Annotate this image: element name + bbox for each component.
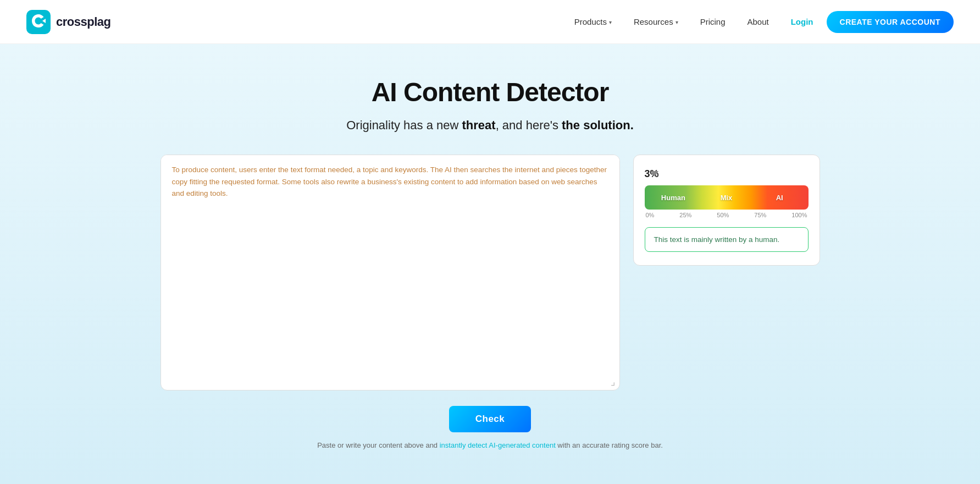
gauge-tick-25: 25% <box>679 212 691 218</box>
nav-login-link[interactable]: Login <box>782 13 822 31</box>
gauge-container: Human Mix AI 0% 25% 50% 75% 100% <box>645 185 809 218</box>
nav-item-about[interactable]: About <box>739 13 778 31</box>
logo-text: crossplag <box>56 15 110 29</box>
gauge-label-ai: AI <box>753 194 806 202</box>
gauge-labels: Human Mix AI <box>645 194 809 202</box>
nav-item-resources[interactable]: Resources ▾ <box>625 13 687 31</box>
content-area: To produce content, users enter the text… <box>160 155 820 391</box>
nav-links: Products ▾ Resources ▾ Pricing About Log… <box>566 11 954 33</box>
subtitle-start: Originality has a new <box>346 118 462 132</box>
nav-resources-label: Resources <box>634 17 673 26</box>
nav-pricing-label: Pricing <box>700 17 726 26</box>
gauge-tick-0: 0% <box>646 212 655 218</box>
navbar: crossplag Products ▾ Resources ▾ Pricing… <box>0 0 980 44</box>
result-panel: 3% Human Mix AI 0% 25% 50% 7 <box>633 155 820 266</box>
text-input-box: To produce content, users enter the text… <box>160 155 620 391</box>
footer-hint-highlight: instantly detect AI-generated content <box>440 441 556 449</box>
hero-subtitle: Originality has a new threat, and here's… <box>346 118 634 133</box>
result-message-box: This text is mainly written by a human. <box>645 227 809 252</box>
subtitle-solution: the solution. <box>562 118 634 132</box>
result-message: This text is mainly written by a human. <box>654 235 799 244</box>
svg-rect-0 <box>26 10 51 34</box>
hint-text: To produce content, users enter the text… <box>172 166 607 197</box>
resize-handle: ⌟ <box>161 373 619 390</box>
gauge-tick-100: 100% <box>791 212 807 218</box>
footer-hint: Paste or write your content above and in… <box>317 441 663 449</box>
gauge-tick-75: 75% <box>754 212 766 218</box>
logo-icon <box>26 10 51 34</box>
nav-products-label: Products <box>574 17 607 26</box>
create-account-button[interactable]: CREATE YOUR ACCOUNT <box>827 11 954 33</box>
gauge-label-human: Human <box>647 194 700 202</box>
text-hint: To produce content, users enter the text… <box>161 155 619 208</box>
check-button[interactable]: Check <box>449 406 531 432</box>
gauge-tick-50: 50% <box>717 212 729 218</box>
hero-section: AI Content Detector Originality has a ne… <box>0 44 980 484</box>
content-textarea[interactable] <box>161 208 619 373</box>
footer-hint-end: with an accurate rating score bar. <box>556 441 663 449</box>
chevron-down-icon: ▾ <box>609 19 612 25</box>
nav-about-label: About <box>748 17 769 26</box>
gauge-arrow-icon <box>651 171 658 177</box>
nav-item-pricing[interactable]: Pricing <box>691 13 734 31</box>
chevron-down-icon: ▾ <box>676 19 678 25</box>
hero-title: AI Content Detector <box>372 77 609 107</box>
subtitle-threat: threat <box>462 118 496 132</box>
nav-item-products[interactable]: Products ▾ <box>566 13 621 31</box>
gauge-label-mix: Mix <box>700 194 753 202</box>
gauge-bar: Human Mix AI <box>645 185 809 210</box>
gauge-indicator <box>651 170 658 177</box>
check-section: Check Paste or write your content above … <box>317 406 663 449</box>
logo[interactable]: crossplag <box>26 10 110 34</box>
gauge-ticks: 0% 25% 50% 75% 100% <box>645 210 809 218</box>
footer-hint-start: Paste or write your content above and <box>317 441 440 449</box>
score-percent: 3% <box>645 168 809 180</box>
subtitle-mid: , and here's <box>496 118 562 132</box>
